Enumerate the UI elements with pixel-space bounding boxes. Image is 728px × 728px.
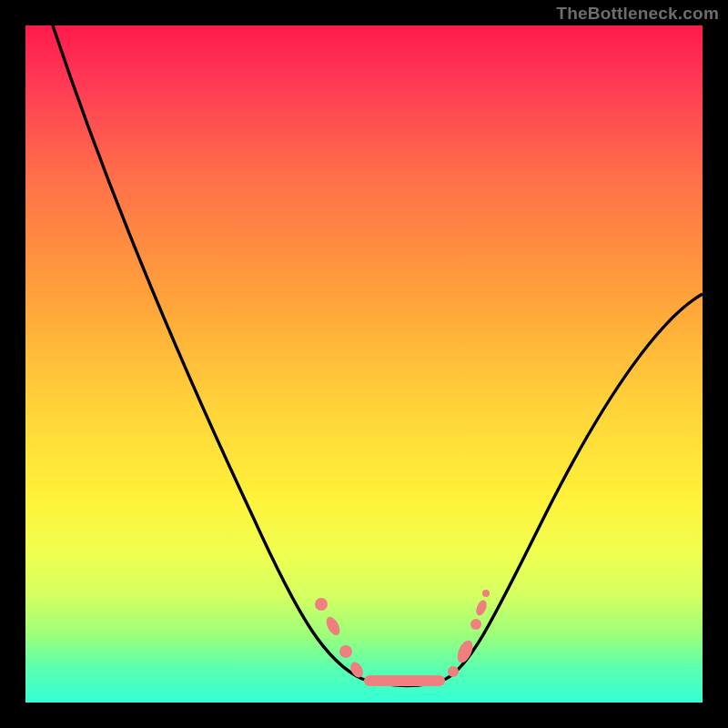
plot-area — [25, 25, 703, 703]
chart-frame: TheBottleneck.com — [0, 0, 728, 728]
bead — [339, 645, 352, 658]
bead — [470, 619, 481, 630]
bead — [348, 660, 365, 680]
bottleneck-curve — [53, 25, 703, 686]
watermark-text: TheBottleneck.com — [556, 4, 719, 24]
bead — [474, 599, 489, 617]
bead — [448, 666, 459, 677]
bead — [315, 598, 328, 611]
bead — [482, 590, 490, 597]
bead — [324, 614, 343, 637]
curve-svg — [25, 25, 703, 703]
